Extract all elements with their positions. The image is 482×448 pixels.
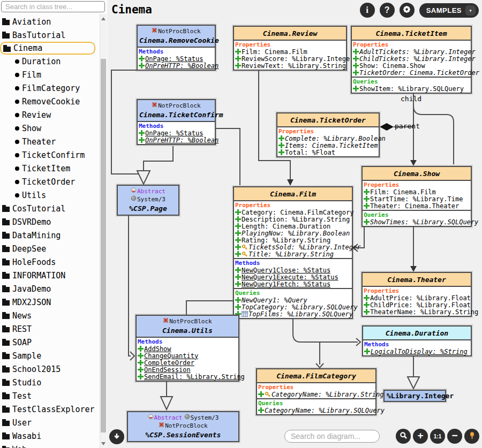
tree-item-DeepSee[interactable]: DeepSee [0, 242, 99, 255]
plus-icon [353, 49, 359, 55]
tree-item-MDX2JSON[interactable]: MDX2JSON [0, 295, 99, 309]
class-badge: Abstract [131, 187, 165, 195]
member-label: Items: Cinema.TicketItem [285, 142, 378, 149]
tree-item-Test[interactable]: Test [0, 389, 99, 403]
class-bullet-icon [15, 126, 19, 131]
tree-item-JavaDemo[interactable]: JavaDemo [0, 282, 99, 295]
tree-item-Aviation[interactable]: Aviation [0, 15, 99, 28]
tree-item-FilmCategory[interactable]: FilmCategory [0, 81, 99, 95]
class-box-Cinema.Duration[interactable]: Cinema.DurationMethodsLogicalToDisplay: … [362, 325, 472, 356]
tree-scrollbar[interactable] [100, 14, 107, 448]
class-box-Cinema.TicketItem[interactable]: Cinema.TicketItemPropertiesAdultTickets:… [351, 26, 472, 94]
zoom-reset-button[interactable]: 1:1 [430, 429, 445, 444]
tree-item-Sample[interactable]: Sample [0, 349, 99, 362]
section-label: Queries [257, 399, 375, 407]
member-label: TopFilms: %Library.SQLQuery [248, 311, 353, 317]
plus-icon [235, 230, 241, 236]
diagram-search-button[interactable] [396, 429, 411, 444]
system-icon [184, 414, 190, 420]
tree-item-HoleFoods[interactable]: HoleFoods [0, 255, 99, 269]
tree-scrollbar-thumb[interactable] [101, 59, 106, 432]
tree-item-DSVRDemo[interactable]: DSVRDemo [0, 215, 99, 229]
class-box-Cinema.Review[interactable]: Cinema.ReviewPropertiesFilm: Cinema.Film… [233, 26, 347, 71]
tree-item-TicketItem[interactable]: TicketItem [0, 162, 99, 175]
arrow-down-icon [113, 432, 120, 442]
tree-item-Wasabi[interactable]: Wasabi [0, 429, 99, 443]
tree-search-input[interactable] [1, 1, 105, 12]
tree-item-TestClassExplorer[interactable]: TestClassExplorer [0, 403, 99, 416]
plus-icon [364, 348, 370, 354]
class-badge-label: System/3 [191, 414, 219, 421]
help-button[interactable]: ? [380, 3, 395, 18]
tree-item-SOAP[interactable]: SOAP [0, 336, 99, 349]
tree-item-Show[interactable]: Show [0, 122, 99, 135]
tree-item-Studio[interactable]: Studio [0, 376, 99, 389]
class-box-Cinema.RemoveCookie[interactable]: NotProcBlockCinema.RemoveCookieMethodsOn… [137, 25, 216, 71]
zoom-in-button[interactable]: + [413, 429, 428, 444]
tree-item-Film[interactable]: Film [0, 68, 99, 81]
scroll-up-icon[interactable] [101, 17, 106, 20]
class-box-%Library.Integer[interactable]: %Library.Integer [383, 390, 446, 402]
class-box-%CSP.Page[interactable]: AbstractSystem/3%CSP.Page [117, 185, 179, 216]
key-icon [242, 251, 248, 257]
class-badge-label: Abstract [137, 188, 165, 195]
class-badge: NotProcBlock [159, 422, 207, 429]
member-row: Complete: %Library.Boolean [277, 135, 379, 142]
folder-icon [2, 233, 10, 239]
class-box-Cinema.Utils[interactable]: NotProcBlockCinema.UtilsMethodsAddShowCh… [135, 315, 239, 382]
class-box-Cinema.Film[interactable]: Cinema.FilmPropertiesCategory: Cinema.Fi… [233, 186, 353, 319]
class-name: Cinema.TicketOrder [279, 115, 377, 125]
tree-item-REST[interactable]: REST [0, 322, 99, 336]
plus-icon [364, 295, 370, 301]
class-badge-label: NotProcBlock [165, 422, 207, 429]
tree-item-School2015[interactable]: School2015 [0, 362, 99, 376]
scroll-down-icon[interactable] [101, 442, 106, 445]
tree-item-Review[interactable]: Review [0, 108, 99, 122]
tree-item-Duration[interactable]: Duration [0, 55, 99, 68]
tree-item-User[interactable]: User [0, 416, 99, 429]
member-row: CategoryName: %Library.String [257, 391, 375, 398]
tree-item-label: Duration [22, 57, 61, 66]
class-bullet-icon [15, 153, 19, 157]
tree-item-label: Film [22, 70, 41, 80]
tree-scroll-down-button[interactable] [109, 429, 124, 444]
tree-item-BasTutorial[interactable]: BasTutorial [0, 28, 99, 42]
class-box-header: Cinema.Duration [363, 326, 471, 340]
class-box-Cinema.TicketOrder[interactable]: Cinema.TicketOrderPropertiesComplete: %L… [276, 112, 380, 157]
tree-item-TicketOrder[interactable]: TicketOrder [0, 175, 99, 188]
class-badge: System/3 [131, 195, 165, 203]
zoom-out-button[interactable]: − [447, 429, 462, 444]
namespace-selector[interactable]: SAMPLES ▾ [419, 3, 479, 18]
plus-icon [235, 297, 241, 303]
plus-icon [235, 49, 241, 55]
tree-item-Utils[interactable]: Utils [0, 188, 99, 202]
class-box-Cinema.TicketConfirm[interactable]: NotProcBlockCinema.TicketConfirmMethodsO… [137, 99, 216, 145]
tree-item-label: Wasabi [12, 431, 41, 441]
class-box-Cinema.Show[interactable]: Cinema.ShowPropertiesFilm: Cinema.FilmSt… [362, 166, 472, 227]
tree-item-News[interactable]: News [0, 309, 99, 322]
class-box-Cinema.FilmCategory[interactable]: Cinema.FilmCategoryPropertiesCategoryNam… [256, 368, 376, 415]
tree-item-label: CosTutorial [12, 204, 65, 214]
tree-item-RemoveCookie[interactable]: RemoveCookie [0, 95, 99, 108]
info-button[interactable]: i [360, 3, 375, 18]
member-row: OnPage: %Status [138, 130, 215, 136]
member-label: LogicalToDisplay: %String [371, 348, 468, 355]
member-row: ChangeQuantity [137, 352, 238, 359]
tree-item-INFORMATION[interactable]: INFORMATION [0, 269, 99, 282]
plus-icon [138, 346, 144, 352]
class-box-header: AbstractSystem/3NotProcBlock%CSP.Session… [128, 412, 238, 441]
settings-button[interactable] [400, 3, 415, 18]
class-box-%CSP.SessionEvents[interactable]: AbstractSystem/3NotProcBlock%CSP.Session… [127, 411, 239, 442]
tree-item-TicketConfirm[interactable]: TicketConfirm [0, 148, 99, 162]
member-label: Film: Cinema.Film [242, 49, 307, 55]
tree-item-Theater[interactable]: Theater [0, 135, 99, 148]
section-label: Queries [352, 78, 471, 85]
tree-item-Web[interactable]: Web [0, 443, 99, 448]
diagram-search-input[interactable] [284, 430, 380, 443]
tree-item-DataMining[interactable]: DataMining [0, 229, 99, 242]
class-box-Cinema.Theater[interactable]: Cinema.TheaterPropertiesAdultPrice: %Lib… [362, 272, 472, 317]
pin-button[interactable] [464, 429, 479, 444]
tree-item-Cinema[interactable]: Cinema [0, 42, 95, 55]
search-icon [400, 431, 408, 442]
tree-item-CosTutorial[interactable]: CosTutorial [0, 202, 99, 215]
